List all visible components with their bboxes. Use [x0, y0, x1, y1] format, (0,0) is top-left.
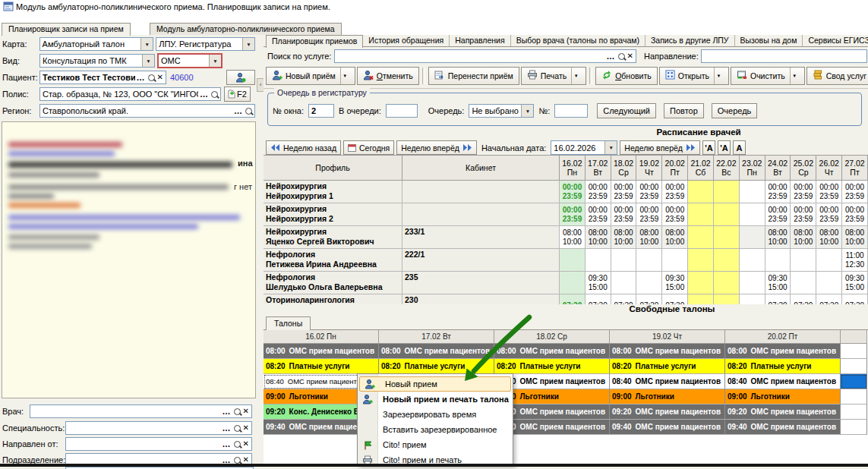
schedule-cell-r1-c3[interactable]: 00:0023:59	[636, 203, 662, 226]
region-input[interactable]: Ставропольский край. …	[39, 104, 255, 118]
clear-icon[interactable]: ✕	[243, 456, 249, 464]
policy-f2-button[interactable]: F2	[224, 87, 251, 102]
ticket-extra-cell-r2[interactable]	[841, 374, 867, 389]
ticket-cell-r2-c3[interactable]: 08:40ОМС прием пациентов	[610, 374, 725, 389]
tickets-header-day-3[interactable]: 19.02 Чт	[610, 330, 725, 344]
search-icon[interactable]	[245, 108, 252, 115]
schedule-header-date-9[interactable]: 25.02Ср	[791, 156, 816, 181]
direction-input[interactable]	[701, 49, 867, 63]
search-icon[interactable]	[234, 425, 241, 432]
right-tab-1[interactable]: История обращения	[363, 35, 450, 46]
patient-input[interactable]: Тестиков Тест Тестович …✕	[39, 71, 166, 84]
card-type-combo[interactable]: Амбулаторный талон	[39, 37, 154, 51]
schedule-cell-r0-c2[interactable]: 00:0023:59	[611, 181, 637, 203]
chevron-down-icon[interactable]	[604, 141, 617, 154]
schedule-cell-r4-c5[interactable]	[688, 272, 714, 294]
schedule-cell-r0-c7[interactable]	[740, 181, 765, 203]
right-tab-2[interactable]: Направления	[450, 35, 510, 46]
chevron-down-icon[interactable]	[242, 38, 254, 50]
schedule-cell-r1-c10[interactable]: 00:0023:59	[816, 203, 842, 226]
week-forward-button-2[interactable]: Неделю вперёд	[620, 140, 700, 155]
schedule-header-date-8[interactable]: 24.02Вт	[765, 156, 791, 181]
ticket-cell-r1-c1[interactable]: 08:20Платные услуги	[379, 359, 494, 374]
schedule-cell-r2-c8[interactable]: 08:0010:00	[765, 226, 791, 249]
ticket-extra-cell-r1[interactable]	[841, 359, 867, 374]
ellipsis-icon[interactable]: …	[223, 408, 232, 414]
search-icon[interactable]	[234, 441, 241, 448]
schedule-header-date-0[interactable]: 16.02Пн	[560, 156, 586, 181]
schedule-cell-r2-c11[interactable]: 08:0010:00	[842, 226, 868, 249]
schedule-cell-r3-c9[interactable]	[791, 249, 816, 272]
schedule-cell-r1-c4[interactable]: 00:0023:59	[662, 203, 688, 226]
ticket-cell-r4-c3[interactable]: 09:20ОМС прием пациентов	[610, 404, 725, 420]
chevron-down-icon[interactable]	[571, 68, 580, 84]
search-icon[interactable]	[148, 74, 155, 81]
ticket-cell-r4-c4[interactable]: 09:20ОМС прием пациентов	[725, 404, 841, 420]
schedule-cell-r4-c0[interactable]	[560, 272, 586, 294]
card-place-combo[interactable]: ЛПУ. Регистратура	[156, 37, 255, 51]
schedule-cell-r4-c4[interactable]: 09:3015:00	[662, 272, 688, 294]
chevron-down-icon[interactable]	[140, 38, 153, 50]
ticket-cell-r1-c4[interactable]: 08:20Платные услуги	[725, 359, 841, 374]
ticket-extra-cell-r5[interactable]	[841, 420, 867, 435]
schedule-cell-r0-c0[interactable]: 00:0023:59	[560, 181, 586, 203]
schedule-cell-r4-c10[interactable]	[816, 272, 842, 294]
schedule-cell-r3-c8[interactable]	[765, 249, 791, 272]
number-input[interactable]	[554, 104, 588, 118]
schedule-cell-r3-c4[interactable]	[662, 249, 688, 272]
schedule-cell-r4-c3[interactable]	[636, 272, 662, 294]
oms-combo[interactable]: ОМС	[157, 53, 223, 68]
chevron-down-icon[interactable]	[714, 68, 723, 84]
toolbar-button-1[interactable]: Отменить	[357, 67, 419, 85]
ticket-cell-r5-c4[interactable]: 09:40ОМС прием пациентов	[725, 420, 841, 435]
schedule-cell-r1-c8[interactable]: 00:0023:59	[765, 203, 791, 226]
font-reset-button[interactable]: A	[733, 140, 746, 155]
chevron-down-icon[interactable]	[142, 55, 154, 67]
schedule-cell-r3-c3[interactable]	[636, 249, 662, 272]
schedule-header-date-10[interactable]: 26.02Чт	[816, 156, 842, 181]
service-search-input[interactable]: …✕	[334, 49, 636, 63]
schedule-cell-r4-c2[interactable]	[611, 272, 637, 294]
ticket-cell-r3-c4[interactable]: 09:00Льготники	[725, 389, 841, 404]
schedule-row-profile-3[interactable]: НефрологияПетижева Ирина Андреевна	[264, 249, 402, 272]
right-tab-0[interactable]: Планировщик приемов	[266, 35, 363, 48]
schedule-cell-r0-c4[interactable]: 00:0023:59	[662, 181, 688, 203]
right-tab-6[interactable]: Сервисы ЕГИСЗ	[803, 35, 868, 46]
schedule-cell-r0-c3[interactable]: 00:0023:59	[636, 181, 662, 203]
schedule-cell-r3-c2[interactable]	[611, 249, 637, 272]
ticket-cell-r5-c3[interactable]: 09:40ОМС прием пациентов	[610, 420, 725, 435]
tickets-header-day-4[interactable]: 20.02 Пт	[725, 330, 841, 344]
schedule-cell-r1-c11[interactable]: 00:0023:59	[842, 203, 868, 226]
next-button[interactable]: Следующий	[597, 103, 656, 118]
ellipsis-icon[interactable]: …	[223, 425, 232, 431]
ticket-extra-cell-r0[interactable]	[841, 344, 867, 359]
schedule-cell-r2-c0[interactable]: 08:0010:00	[560, 226, 586, 249]
schedule-cell-r3-c0[interactable]	[560, 249, 586, 272]
doctor-input[interactable]: …✕	[30, 404, 252, 418]
right-tab-4[interactable]: Запись в другие ЛПУ	[645, 35, 735, 46]
schedule-cell-r1-c5[interactable]	[688, 203, 714, 226]
ticket-extra-cell-r3[interactable]	[841, 389, 867, 404]
schedule-header-date-6[interactable]: 22.02Вс	[714, 156, 740, 181]
schedule-cell-r1-c9[interactable]: 00:0023:59	[791, 203, 816, 226]
schedule-cell-r3-c11[interactable]: 11:0012:30	[842, 249, 868, 272]
schedule-cell-r2-c5[interactable]	[688, 226, 714, 249]
toolbar-button-3[interactable]: Печать	[521, 67, 586, 85]
schedule-row-cabinet-2[interactable]: 233/1	[402, 226, 560, 249]
schedule-cell-r4-c1[interactable]: 09:3015:00	[586, 272, 611, 294]
schedule-cell-r5-c7[interactable]	[740, 294, 765, 304]
schedule-cell-r0-c6[interactable]	[714, 181, 740, 203]
toolbar-button-5[interactable]: Открыть	[659, 67, 729, 85]
kind-combo[interactable]: Консультация по ТМК	[39, 54, 155, 68]
schedule-header-date-11[interactable]: 27.02Пт	[842, 156, 868, 181]
menu-item-2[interactable]: Зарезервировать время	[358, 407, 513, 422]
schedule-header-date-2[interactable]: 18.02Ср	[611, 156, 637, 181]
schedule-cell-r5-c11[interactable]: 07:30	[842, 294, 868, 304]
schedule-cell-r5-c9[interactable]: 07:30	[791, 294, 816, 304]
schedule-header-date-3[interactable]: 19.02Чт	[636, 156, 662, 181]
schedule-cell-r0-c1[interactable]: 00:0023:59	[586, 181, 611, 203]
schedule-cell-r3-c5[interactable]	[688, 249, 714, 272]
schedule-cell-r1-c0[interactable]: 00:0023:59	[560, 203, 586, 226]
clear-icon[interactable]: ✕	[627, 52, 633, 60]
schedule-cell-r2-c4[interactable]: 08:0010:00	[662, 226, 688, 249]
